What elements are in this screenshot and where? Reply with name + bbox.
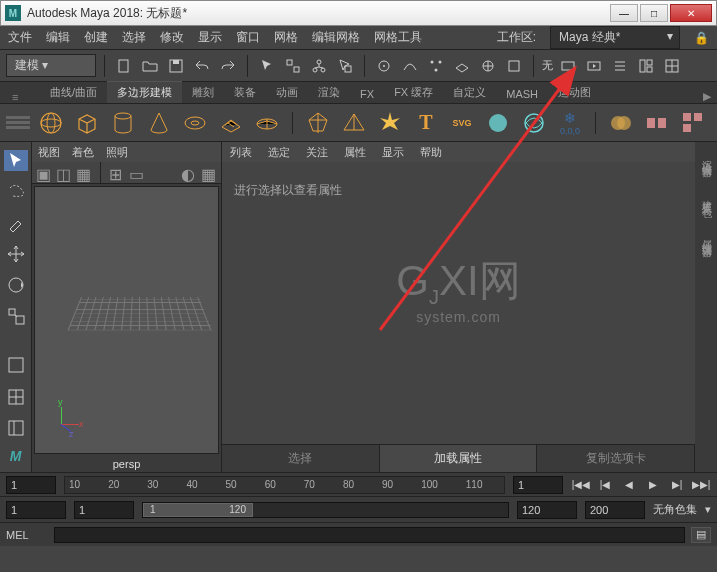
attr-menu-attr[interactable]: 属性 (344, 145, 366, 160)
range-end-field[interactable]: 200 (585, 501, 645, 519)
select-object-icon[interactable] (334, 55, 356, 77)
current-frame-field[interactable]: 1 (513, 476, 563, 494)
timeline-start-field[interactable]: 1 (6, 476, 56, 494)
attr-tab-select[interactable]: 选择 (222, 445, 380, 472)
move-tool[interactable] (4, 243, 28, 264)
play-start-field[interactable]: 1 (74, 501, 134, 519)
paint-select-tool[interactable] (4, 212, 28, 233)
poly-superellipse-icon[interactable] (519, 108, 549, 138)
poly-cylinder-icon[interactable] (108, 108, 138, 138)
attr-tab-copy[interactable]: 复制选项卡 (537, 445, 695, 472)
layout-outliner-icon[interactable] (4, 417, 28, 438)
attr-tab-load[interactable]: 加载属性 (380, 445, 538, 472)
poly-cone-icon[interactable] (144, 108, 174, 138)
timeline-ruler[interactable]: 10 20 30 40 50 60 70 80 90 100 110 1 (64, 476, 505, 494)
workspace-dropdown[interactable]: Maya 经典*▾ (550, 26, 680, 49)
rotate-tool[interactable] (4, 274, 28, 295)
play-end-field[interactable]: 120 (517, 501, 577, 519)
snap-plane-icon[interactable] (451, 55, 473, 77)
poly-plane-icon[interactable] (216, 108, 246, 138)
poly-sphere2-icon[interactable] (483, 108, 513, 138)
goto-start-button[interactable]: |◀◀ (571, 477, 591, 493)
snap-grid-icon[interactable] (373, 55, 395, 77)
play-fwd-button[interactable]: ▶ (643, 477, 663, 493)
mode-dropdown[interactable]: 建模 ▾ (6, 54, 96, 77)
shelf-menu-icon[interactable]: ≡ (12, 91, 18, 103)
platonic-icon[interactable] (303, 108, 333, 138)
shelf-tab-rigging[interactable]: 装备 (224, 82, 266, 103)
step-back-button[interactable]: |◀ (595, 477, 615, 493)
combine-icon[interactable] (606, 108, 636, 138)
lasso-tool[interactable] (4, 181, 28, 202)
separate-icon[interactable] (642, 108, 672, 138)
save-scene-icon[interactable] (165, 55, 187, 77)
menu-editmesh[interactable]: 编辑网格 (312, 29, 360, 46)
menu-select[interactable]: 选择 (122, 29, 146, 46)
attr-menu-help[interactable]: 帮助 (420, 145, 442, 160)
poly-star-icon[interactable] (375, 108, 405, 138)
select-mask-icon[interactable] (282, 55, 304, 77)
snap-curve-icon[interactable] (399, 55, 421, 77)
poly-disc-icon[interactable] (252, 108, 282, 138)
poly-svg-icon[interactable]: SVG (447, 108, 477, 138)
snap-live-icon[interactable] (477, 55, 499, 77)
snap-point-icon[interactable] (425, 55, 447, 77)
vp-menu-lighting[interactable]: 照明 (106, 145, 128, 160)
maximize-button[interactable]: □ (640, 4, 668, 22)
shelf-tab-curves[interactable]: 曲线/曲面 (40, 82, 107, 103)
vp-shading-icon[interactable]: ◐ (181, 165, 197, 181)
viewport-persp[interactable]: y x z (34, 186, 219, 454)
vp-film-gate-icon[interactable]: ▭ (129, 165, 145, 181)
redo-icon[interactable] (217, 55, 239, 77)
extract-icon[interactable] (678, 108, 708, 138)
script-editor-button[interactable]: ▤ (691, 527, 711, 543)
panels-icon[interactable] (661, 55, 683, 77)
range-slider[interactable]: 1 120 (142, 502, 509, 518)
shelf-tab-mograph[interactable]: 运动图 (548, 82, 601, 103)
shelf-next-icon[interactable]: ▶ (697, 90, 717, 103)
attr-menu-focus[interactable]: 关注 (306, 145, 328, 160)
vp-menu-shading[interactable]: 着色 (72, 145, 94, 160)
range-start-field[interactable]: 1 (6, 501, 66, 519)
charset-dropdown[interactable]: 无角色集 (653, 502, 697, 517)
shelf-handle[interactable] (6, 116, 30, 129)
attr-menu-selected[interactable]: 选定 (268, 145, 290, 160)
shelf-tab-fx[interactable]: FX (350, 85, 384, 103)
poly-torus-icon[interactable] (180, 108, 210, 138)
cmd-lang-label[interactable]: MEL (6, 529, 48, 541)
layout-four-icon[interactable] (4, 386, 28, 407)
cmd-input[interactable] (54, 527, 685, 543)
panel-attribute-editor[interactable]: 属性编辑器 (699, 232, 713, 242)
vp-bookmark-icon[interactable]: ◫ (56, 165, 72, 181)
shelf-tab-fxcache[interactable]: FX 缓存 (384, 82, 443, 103)
vp-select-cam-icon[interactable]: ▣ (36, 165, 52, 181)
shelf-tab-custom[interactable]: 自定义 (443, 82, 496, 103)
snow-icon[interactable]: ❄0,0,0 (555, 108, 585, 138)
poly-type-icon[interactable]: T (411, 108, 441, 138)
layout-icon[interactable] (635, 55, 657, 77)
panel-render-editor[interactable]: 渲染编辑器 (699, 152, 713, 162)
step-fwd-button[interactable]: ▶| (667, 477, 687, 493)
poly-pyramid-icon[interactable] (339, 108, 369, 138)
range-thumb[interactable]: 1 120 (143, 503, 253, 517)
select-tool[interactable] (4, 150, 28, 171)
ipr-icon[interactable] (583, 55, 605, 77)
shelf-tab-poly[interactable]: 多边形建模 (107, 81, 182, 103)
undo-icon[interactable] (191, 55, 213, 77)
lock-icon[interactable]: 🔒 (694, 31, 709, 45)
snap-toggle-icon[interactable] (503, 55, 525, 77)
attr-menu-list[interactable]: 列表 (230, 145, 252, 160)
select-hier-icon[interactable] (308, 55, 330, 77)
menu-modify[interactable]: 修改 (160, 29, 184, 46)
shelf-tab-anim[interactable]: 动画 (266, 82, 308, 103)
menu-file[interactable]: 文件 (8, 29, 32, 46)
poly-sphere-icon[interactable] (36, 108, 66, 138)
shelf-tab-render[interactable]: 渲染 (308, 82, 350, 103)
menu-display[interactable]: 显示 (198, 29, 222, 46)
menu-mesh[interactable]: 网格 (274, 29, 298, 46)
poly-cube-icon[interactable] (72, 108, 102, 138)
goto-end-button[interactable]: ▶▶| (691, 477, 711, 493)
attr-menu-display[interactable]: 显示 (382, 145, 404, 160)
vp-menu-view[interactable]: 视图 (38, 145, 60, 160)
panel-modeling-toolkit[interactable]: 建模工具包 (699, 192, 713, 202)
